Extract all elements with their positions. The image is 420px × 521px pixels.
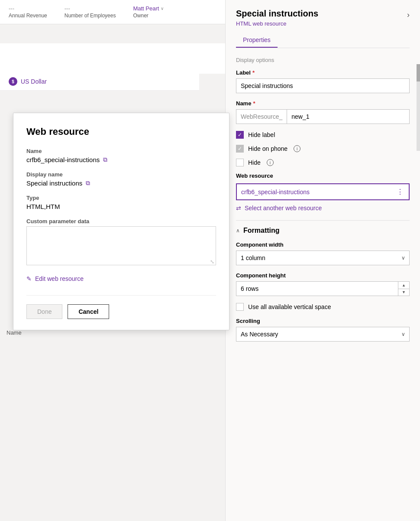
modal-display-name-label: Display name bbox=[26, 171, 216, 178]
scrollbar-thumb[interactable] bbox=[417, 64, 420, 81]
edit-pencil-icon: ✎ bbox=[26, 275, 32, 282]
annual-revenue-field: --- Annual Revenue bbox=[9, 5, 47, 19]
component-width-select[interactable]: 1 column 2 columns 3 columns 4 columns bbox=[236, 251, 410, 265]
name-field-label: Name * bbox=[236, 100, 410, 107]
textarea-resize-icon: ⤡ bbox=[210, 259, 214, 265]
custom-param-textarea[interactable] bbox=[26, 226, 216, 265]
modal-type-label: Type bbox=[26, 195, 216, 201]
modal-name-value: crfb6_special-instructions ⧉ bbox=[26, 156, 216, 163]
formatting-divider bbox=[236, 220, 410, 221]
web-resource-field[interactable]: crfb6_special-instructions ⋮ bbox=[236, 183, 410, 200]
use-all-space-row: Use all available vertical space bbox=[236, 303, 410, 311]
name-field-row: WebResource_ bbox=[236, 109, 410, 124]
formatting-title: Formatting bbox=[243, 227, 280, 234]
hide-on-phone-text: Hide on phone bbox=[248, 145, 288, 152]
annual-revenue-dots: --- bbox=[9, 5, 47, 12]
tab-properties[interactable]: Properties bbox=[236, 33, 278, 48]
owner-name: Matt Peart bbox=[133, 5, 159, 12]
hide-on-phone-checkbox[interactable]: ✓ bbox=[236, 145, 244, 153]
scrolling-section: Scrolling As Necessary Always Never ∨ bbox=[236, 318, 410, 342]
copy-display-name-icon[interactable]: ⧉ bbox=[86, 179, 90, 187]
hide-label-checkbox[interactable]: ✓ bbox=[236, 131, 244, 139]
component-height-spinner: ▲ ▼ bbox=[236, 281, 410, 296]
currency-row: $ US Dollar bbox=[0, 73, 199, 91]
panel-title: Special instructions bbox=[236, 9, 318, 19]
web-resource-section-label: Web resource bbox=[236, 173, 410, 179]
name-prefix: WebResource_ bbox=[236, 109, 287, 124]
custom-param-container: ⤡ bbox=[26, 226, 216, 267]
component-height-label: Component height bbox=[236, 272, 410, 279]
modal-custom-param-label: Custom parameter data bbox=[26, 218, 216, 225]
done-button[interactable]: Done bbox=[26, 304, 62, 319]
owner-field[interactable]: Matt Peart ∨ Owner bbox=[133, 5, 164, 19]
owner-label: Owner bbox=[133, 13, 164, 19]
edit-web-resource-button[interactable]: ✎ Edit web resource bbox=[26, 275, 84, 282]
panel-content: Display options Label * Name * WebResour… bbox=[226, 48, 420, 355]
checkmark-icon: ✓ bbox=[238, 132, 242, 138]
owner-chevron-icon: ∨ bbox=[161, 6, 164, 11]
spinner-buttons: ▲ ▼ bbox=[398, 282, 409, 296]
scrolling-select[interactable]: As Necessary Always Never bbox=[236, 327, 410, 342]
hide-text: Hide bbox=[248, 159, 261, 166]
component-height-input[interactable] bbox=[236, 282, 398, 296]
employees-dots: --- bbox=[65, 5, 116, 12]
hide-row: Hide i bbox=[236, 159, 410, 166]
web-resource-section: Web resource crfb6_special-instructions … bbox=[236, 173, 410, 212]
spinner-up-button[interactable]: ▲ bbox=[398, 282, 409, 289]
name-required-star: * bbox=[253, 100, 255, 107]
panel-next-icon[interactable]: › bbox=[407, 10, 410, 20]
cancel-button[interactable]: Cancel bbox=[68, 304, 109, 319]
use-all-space-checkbox[interactable] bbox=[236, 303, 244, 311]
hide-checkbox[interactable] bbox=[236, 159, 244, 166]
modal-type-value: HTML,HTM bbox=[26, 203, 216, 210]
modal-display-name-value: Special instructions ⧉ bbox=[26, 179, 216, 187]
panel-tabs: Properties bbox=[236, 33, 410, 48]
annual-revenue-label: Annual Revenue bbox=[9, 13, 47, 19]
label-input[interactable] bbox=[236, 78, 410, 93]
mid-white-area bbox=[0, 43, 225, 74]
modal-name-label: Name bbox=[26, 148, 216, 154]
name-suffix-input[interactable] bbox=[287, 109, 410, 124]
hide-label-row: ✓ Hide label bbox=[236, 131, 410, 139]
left-name-label: Name bbox=[6, 329, 22, 336]
label-required-star: * bbox=[252, 69, 255, 76]
formatting-section: ∧ Formatting Component width 1 column 2 … bbox=[236, 220, 410, 342]
modal-buttons: Done Cancel bbox=[26, 295, 216, 319]
employees-field: --- Number of Employees bbox=[65, 5, 116, 19]
web-resource-modal: Web resource Name crfb6_special-instruct… bbox=[13, 113, 229, 330]
scrolling-dropdown-wrapper: As Necessary Always Never ∨ bbox=[236, 327, 410, 342]
modal-title: Web resource bbox=[26, 126, 216, 137]
display-options-header: Display options bbox=[236, 57, 410, 63]
formatting-header[interactable]: ∧ Formatting bbox=[236, 227, 410, 234]
copy-name-icon[interactable]: ⧉ bbox=[103, 156, 107, 163]
top-bar: --- Annual Revenue --- Number of Employe… bbox=[0, 0, 225, 24]
collapse-icon: ∧ bbox=[236, 228, 240, 234]
hide-on-phone-row: ✓ Hide on phone i bbox=[236, 145, 410, 153]
component-width-dropdown-wrapper: 1 column 2 columns 3 columns 4 columns ∨ bbox=[236, 251, 410, 265]
spinner-down-button[interactable]: ▼ bbox=[398, 289, 409, 296]
label-field-label: Label * bbox=[236, 69, 410, 76]
component-width-label: Component width bbox=[236, 241, 410, 248]
currency-icon: $ bbox=[9, 77, 17, 86]
panel-subtitle: HTML web resource bbox=[236, 20, 410, 27]
web-resource-value: crfb6_special-instructions bbox=[241, 189, 310, 195]
employees-label: Number of Employees bbox=[65, 13, 116, 19]
scrollbar-track bbox=[417, 64, 420, 151]
right-panel-header: Special instructions › HTML web resource… bbox=[226, 0, 420, 48]
use-all-space-label: Use all available vertical space bbox=[248, 303, 331, 310]
hide-on-phone-info-icon: i bbox=[294, 145, 300, 152]
right-panel: Special instructions › HTML web resource… bbox=[225, 0, 420, 521]
scrolling-label: Scrolling bbox=[236, 318, 410, 324]
currency-label: US Dollar bbox=[21, 78, 47, 85]
hide-label-text: Hide label bbox=[248, 131, 275, 138]
swap-icon: ⇄ bbox=[236, 205, 241, 212]
checkmark-gray-icon: ✓ bbox=[238, 146, 242, 152]
select-another-web-resource-button[interactable]: ⇄ Select another web resource bbox=[236, 205, 322, 212]
web-resource-more-icon[interactable]: ⋮ bbox=[397, 188, 404, 196]
hide-info-icon: i bbox=[267, 159, 274, 166]
